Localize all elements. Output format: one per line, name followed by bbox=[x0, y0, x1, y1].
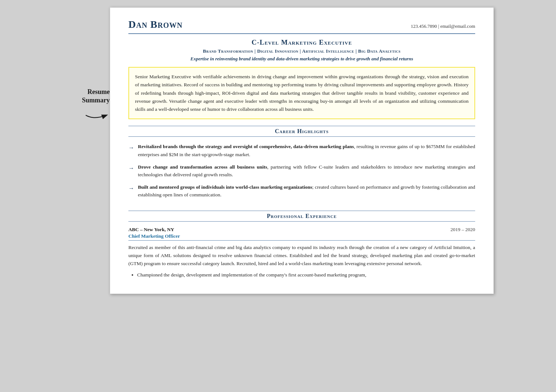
list-item: → Built and mentored groups of individua… bbox=[128, 183, 475, 199]
specialties-line: Brand Transformation | Digital Innovatio… bbox=[128, 48, 475, 54]
sidebar-annotation: Resume Summary bbox=[62, 7, 110, 122]
list-item: Championed the design, development and i… bbox=[137, 271, 475, 279]
sidebar-label-text: Resume Summary bbox=[82, 88, 110, 105]
date-range: 2019 – 2020 bbox=[451, 227, 476, 233]
expertise-line: Expertise in reinventing brand identity … bbox=[128, 56, 475, 62]
job-header-row: ABC – New York, NY 2019 – 2020 bbox=[128, 227, 475, 233]
company-name: ABC – New York, NY bbox=[128, 227, 174, 233]
job-bullets: Championed the design, development and i… bbox=[128, 271, 475, 279]
resume-document: Dan Brown 123.456.7890 | email@email.com… bbox=[110, 7, 494, 294]
bullet-arrow-icon: → bbox=[128, 143, 134, 152]
career-highlights-title: Career Highlights bbox=[128, 128, 475, 135]
job-entry: ABC – New York, NY 2019 – 2020 Chief Mar… bbox=[128, 227, 475, 279]
highlight-bold-3: Built and mentored groups of individuals… bbox=[138, 184, 312, 190]
company-bold: ABC bbox=[128, 227, 139, 232]
bullet-arrow-icon: → bbox=[128, 184, 134, 193]
bullet-arrow-icon: → bbox=[128, 163, 134, 173]
list-item: → Revitalized brands through the strateg… bbox=[128, 143, 475, 158]
job-description: Recruited as member of this anti-financi… bbox=[128, 244, 475, 268]
summary-text: Senior Marketing Executive with verifiab… bbox=[135, 74, 469, 112]
highlights-list: → Revitalized brands through the strateg… bbox=[128, 139, 475, 207]
highlight-text-1: Revitalized brands through the strategy … bbox=[138, 143, 475, 158]
arrow-icon bbox=[84, 108, 110, 122]
candidate-name: Dan Brown bbox=[128, 19, 183, 30]
arrow-annotation bbox=[84, 108, 110, 122]
highlight-text-3: Built and mentored groups of individuals… bbox=[138, 183, 475, 199]
contact-info: 123.456.7890 | email@email.com bbox=[411, 23, 475, 29]
header-section: Dan Brown 123.456.7890 | email@email.com bbox=[128, 19, 475, 34]
highlight-bold-1: Revitalized brands through the strategy … bbox=[138, 144, 354, 149]
career-highlights-header: Career Highlights bbox=[128, 126, 475, 137]
role-title: Chief Marketing Officer bbox=[128, 233, 475, 241]
highlight-text-2: Drove change and transformation across a… bbox=[138, 163, 475, 179]
title-block: C-Level Marketing Executive Brand Transf… bbox=[128, 38, 475, 62]
professional-experience-header: Professional Experience bbox=[128, 211, 475, 222]
job-title: C-Level Marketing Executive bbox=[128, 38, 475, 46]
list-item: → Drove change and transformation across… bbox=[128, 163, 475, 179]
professional-experience-title: Professional Experience bbox=[128, 213, 475, 219]
company-suffix: – New York, NY bbox=[139, 227, 174, 232]
highlight-bold-2: Drove change and transformation across a… bbox=[138, 164, 267, 170]
summary-box: Senior Marketing Executive with verifiab… bbox=[128, 67, 475, 119]
